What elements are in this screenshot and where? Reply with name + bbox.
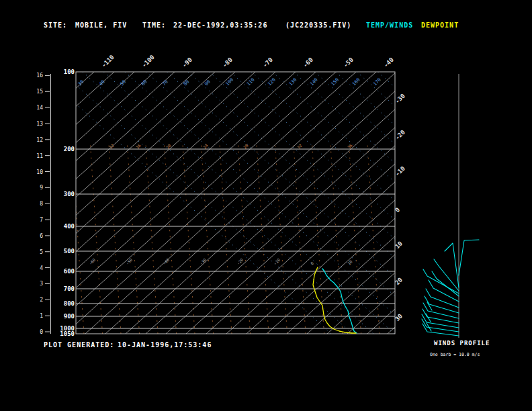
pressure-label: 400 <box>64 223 75 230</box>
wind-barb <box>422 319 459 332</box>
moist-adiabat-line <box>349 144 361 334</box>
isotherm-line <box>0 72 215 334</box>
dry-adiabat-label: 70 <box>161 79 169 87</box>
dry-adiabat-line <box>484 72 532 334</box>
dry-adiabat-line <box>525 72 532 334</box>
height-label: 10 <box>36 169 43 175</box>
isotherm-line <box>0 72 114 334</box>
isotherm-right-label: -10 <box>394 165 406 178</box>
isotherm-top-label: -70 <box>261 56 274 69</box>
dry-adiabat-line <box>504 72 532 334</box>
wind-barb <box>445 243 459 287</box>
isotherm-top-label: -50 <box>342 56 355 69</box>
legend-temp-winds: TEMP/WINDS <box>366 21 413 29</box>
dry-adiabat-label: 90 <box>204 79 212 87</box>
file-value: (JC220335.FIV) <box>285 21 351 29</box>
dry-adiabat-label: 60 <box>140 79 148 87</box>
pressure-label: 200 <box>64 146 75 152</box>
wind-barb <box>423 269 459 293</box>
isotherm-line <box>45 72 336 334</box>
isotherm-line <box>307 72 532 334</box>
isotherm-line <box>0 72 134 334</box>
height-label: 13 <box>36 121 43 127</box>
mid-isotherm-label: -10 <box>273 257 281 266</box>
height-label: 3 <box>40 281 43 287</box>
wind-barb <box>427 302 432 310</box>
pressure-label: 100 <box>64 68 75 75</box>
moist-adiabat-label: 32 <box>296 142 303 149</box>
isotherm-top-label: -80 <box>221 56 234 69</box>
pressure-label: 900 <box>64 313 75 320</box>
mid-isotherm-label: 10 <box>347 259 353 265</box>
winds-profile-subtitle: One barb = 10.0 m/s <box>430 352 480 357</box>
pressure-label: 500 <box>64 248 75 255</box>
isotherm-line <box>347 72 532 334</box>
isotherm-line <box>105 72 396 334</box>
height-label: 0 <box>40 329 43 335</box>
dry-adiabat-line <box>62 72 353 334</box>
moist-adiabat-line <box>202 144 214 334</box>
dry-adiabat-line <box>40 72 331 334</box>
moist-adiabat-line <box>128 144 140 334</box>
skewt-app-screen: SITE: MOBILE, FIV TIME: 22-DEC-1992,03:3… <box>0 0 532 411</box>
dry-adiabat-line <box>462 72 532 334</box>
isotherm-line <box>5 72 296 334</box>
isotherm-line <box>166 72 457 334</box>
isotherms-group <box>0 72 532 334</box>
moist-adiabat-label: 24 <box>202 142 209 149</box>
mid-isotherm-label: -50 <box>125 257 134 266</box>
dry-adiabat-label: 110 <box>246 77 256 87</box>
winds-profile-title: WINDS PROFILE <box>434 340 490 347</box>
dry-adiabat-line <box>314 72 532 334</box>
moist-adiabat-line <box>183 144 195 334</box>
isotherm-line <box>85 72 376 334</box>
isotherm-top-label: -40 <box>382 56 395 69</box>
skewt-plot-svg: SITE: MOBILE, FIV TIME: 22-DEC-1992,03:3… <box>0 0 532 411</box>
isotherm-line <box>0 72 255 334</box>
moist-adiabat-label: 28 <box>242 142 249 149</box>
isotherm-top-label: -90 <box>181 56 193 69</box>
moist-adiabat-label: 16 <box>135 142 142 149</box>
isotherm-top-label: -60 <box>302 56 314 69</box>
dry-adiabat-line <box>357 72 532 334</box>
isotherm-line <box>287 72 532 334</box>
moist-adiabat-label: 36 <box>347 142 353 149</box>
isotherm-line <box>226 72 517 334</box>
isotherm-line <box>388 72 532 334</box>
dry-adiabat-label: 160 <box>351 77 361 87</box>
height-label: 15 <box>36 89 43 95</box>
isotherm-line <box>0 72 175 334</box>
moist-adiabat-label: 12 <box>108 142 115 149</box>
isotherm-line <box>247 72 532 334</box>
isotherm-line <box>0 72 94 334</box>
height-label: 14 <box>36 105 43 111</box>
site-value: MOBILE, FIV <box>75 21 127 29</box>
isotherm-line <box>267 72 532 334</box>
site-label: SITE: <box>44 21 67 29</box>
moist-adiabat-label: 20 <box>165 142 172 149</box>
legend-dewpoint: DEWPOINT <box>421 21 459 29</box>
time-value: 22-DEC-1992,03:35:26 <box>173 21 267 29</box>
isotherm-line <box>25 72 316 334</box>
wind-barb <box>459 240 479 275</box>
mid-isotherm-label: 0 <box>310 261 315 266</box>
dry-adiabat-label: 80 <box>183 79 191 87</box>
isotherm-right-label: -20 <box>394 129 406 142</box>
moist-adiabat-line <box>294 144 306 334</box>
dry-adiabat-label: 50 <box>120 79 128 87</box>
mid-isotherm-label: -30 <box>199 257 208 266</box>
pressure-label: 1050 <box>60 330 75 337</box>
isotherm-top-label: -110 <box>100 54 115 68</box>
wind-barb <box>432 271 459 296</box>
dry-adiabat-label: 140 <box>309 77 319 87</box>
dry-adiabat-line <box>441 72 532 334</box>
isotherm-top-label: -100 <box>140 54 155 68</box>
dry-adiabat-line <box>83 72 373 334</box>
plot-generated-value: 10-JAN-1996,17:53:46 <box>118 341 212 349</box>
height-label: 12 <box>36 137 43 143</box>
height-label: 9 <box>40 185 43 191</box>
isotherm-right-label: 20 <box>394 276 404 286</box>
isotherm-line <box>206 72 497 334</box>
dry-adiabat-label: 170 <box>372 77 382 87</box>
isotherm-right-label: -30 <box>394 93 406 105</box>
